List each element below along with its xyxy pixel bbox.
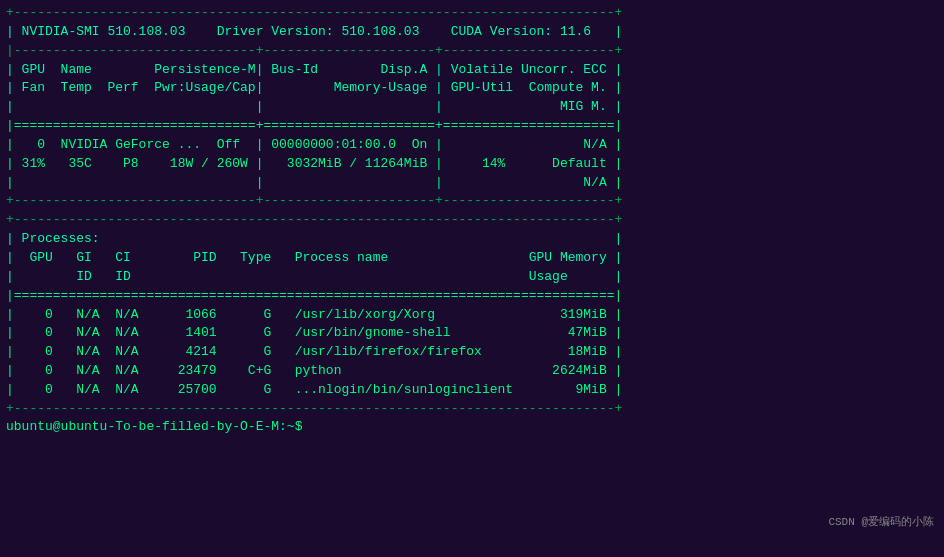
terminal-line-5: | | | MIG M. | — [0, 98, 944, 117]
terminal-line-2: |-------------------------------+-------… — [0, 42, 944, 61]
terminal-line-22: +---------------------------------------… — [0, 400, 944, 419]
terminal-line-3: | GPU Name Persistence-M| Bus-Id Disp.A … — [0, 61, 944, 80]
terminal-line-6: |===============================+=======… — [0, 117, 944, 136]
terminal-line-20: | 0 N/A N/A 23479 C+G python 2624MiB | — [0, 362, 944, 381]
terminal-line-17: | 0 N/A N/A 1066 G /usr/lib/xorg/Xorg 31… — [0, 306, 944, 325]
terminal-output: +---------------------------------------… — [0, 4, 944, 419]
terminal-line-14: | GPU GI CI PID Type Process name GPU Me… — [0, 249, 944, 268]
terminal-window: +---------------------------------------… — [0, 0, 944, 557]
terminal-line-4: | Fan Temp Perf Pwr:Usage/Cap| Memory-Us… — [0, 79, 944, 98]
terminal-prompt[interactable]: ubuntu@ubuntu-To-be-filled-by-O-E-M:~$ — [0, 419, 944, 434]
terminal-line-9: | | | N/A | — [0, 174, 944, 193]
terminal-line-21: | 0 N/A N/A 25700 G ...nlogin/bin/sunlog… — [0, 381, 944, 400]
watermark: CSDN @爱编码的小陈 — [828, 514, 934, 529]
terminal-line-7: | 0 NVIDIA GeForce ... Off | 00000000:01… — [0, 136, 944, 155]
terminal-line-19: | 0 N/A N/A 4214 G /usr/lib/firefox/fire… — [0, 343, 944, 362]
terminal-line-13: | Processes: | — [0, 230, 944, 249]
terminal-line-18: | 0 N/A N/A 1401 G /usr/bin/gnome-shell … — [0, 324, 944, 343]
terminal-line-0: +---------------------------------------… — [0, 4, 944, 23]
terminal-line-1: | NVIDIA-SMI 510.108.03 Driver Version: … — [0, 23, 944, 42]
terminal-line-16: |=======================================… — [0, 287, 944, 306]
terminal-line-8: | 31% 35C P8 18W / 260W | 3032MiB / 1126… — [0, 155, 944, 174]
terminal-line-10: +-------------------------------+-------… — [0, 192, 944, 211]
terminal-line-12: +---------------------------------------… — [0, 211, 944, 230]
terminal-line-15: | ID ID Usage | — [0, 268, 944, 287]
